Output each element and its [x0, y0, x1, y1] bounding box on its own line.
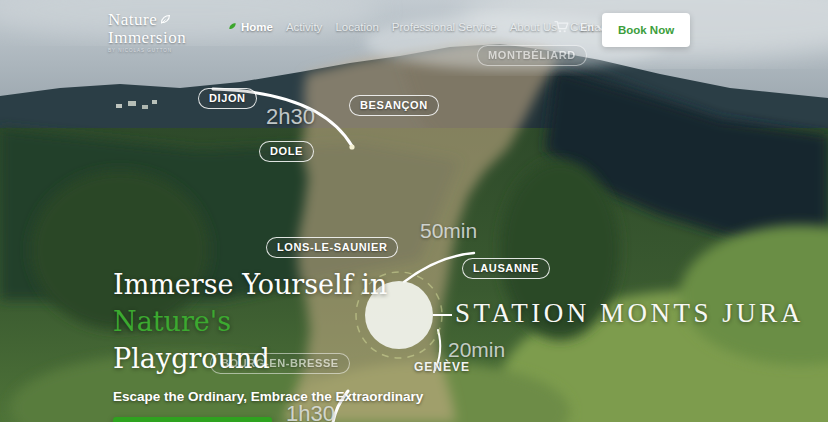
explore-activities-button[interactable]: Explore our activities	[113, 417, 272, 422]
brand-name-line1: Nature	[108, 11, 157, 28]
landing-page: Nature Immersion BY NICOLAS GUTTON H	[0, 0, 828, 422]
nav-item-activity[interactable]: Activity	[286, 21, 322, 33]
nav-item-location[interactable]: Location	[335, 21, 378, 33]
map-city-label-lons-le-saunier: LONS-LE-SAUNIER	[266, 237, 398, 258]
nav-item-about-us[interactable]: About Us	[510, 21, 557, 33]
travel-time-dijon: 2h30	[266, 104, 315, 130]
brand-logo[interactable]: Nature Immersion BY NICOLAS GUTTON	[108, 11, 186, 54]
hero-title-highlight: Nature's	[113, 306, 231, 337]
map-city-label-dijon: DIJON	[198, 88, 257, 109]
map-city-label-dole: DOLE	[259, 141, 314, 162]
language-label: En	[580, 21, 594, 33]
brand-name-line2: Immersion	[108, 29, 186, 46]
map-city-label-lausanne: LAUSANNE	[462, 258, 550, 279]
leaf-icon	[160, 14, 171, 25]
map-city-label-besancon: BESANÇON	[349, 95, 439, 116]
header-utilities: En	[554, 20, 606, 34]
leaf-icon	[228, 21, 237, 33]
hero-subtitle: Escape the Ordinary, Embrace the Extraor…	[113, 389, 473, 404]
cart-icon[interactable]	[554, 20, 570, 34]
book-now-button[interactable]: Book Now	[602, 13, 690, 47]
hero-title-prefix: Immerse Yourself in	[113, 269, 387, 300]
site-header: Nature Immersion BY NICOLAS GUTTON H	[0, 0, 828, 58]
hero-title-line2: Playground	[113, 340, 473, 377]
hero-content: Immerse Yourself in Nature's Playground …	[113, 266, 473, 422]
main-nav: Home Activity Location Professional Serv…	[228, 21, 610, 33]
travel-time-lausanne: 50min	[420, 219, 477, 243]
station-monts-jura-label: STATION MONTS JURA	[455, 298, 804, 329]
nav-item-professional-service[interactable]: Professional Service	[392, 21, 497, 33]
hero-title: Immerse Yourself in Nature's Playground	[113, 266, 473, 377]
brand-tagline: BY NICOLAS GUTTON	[108, 49, 186, 54]
nav-item-home[interactable]: Home	[228, 21, 273, 33]
